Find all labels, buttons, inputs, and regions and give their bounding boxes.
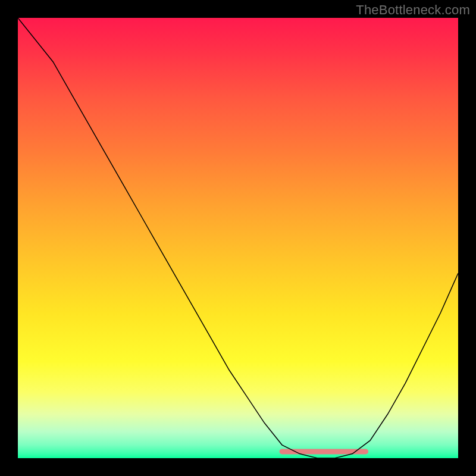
watermark-text: TheBottleneck.com [356, 2, 470, 18]
chart-overlay-svg [18, 18, 458, 458]
chart-frame: TheBottleneck.com [0, 0, 476, 476]
bottleneck-curve [18, 18, 458, 458]
plot-area [18, 18, 458, 458]
